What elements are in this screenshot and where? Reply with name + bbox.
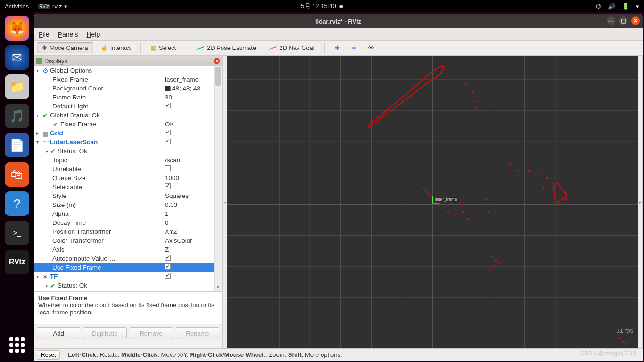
tool-select[interactable]: ▦ Select [146, 42, 181, 53]
checkbox-icon[interactable] [165, 273, 171, 279]
checkbox-icon[interactable] [165, 255, 171, 261]
checkbox-icon[interactable] [165, 165, 171, 171]
svg-point-29 [462, 204, 464, 206]
help-launcher[interactable]: ? [5, 191, 29, 216]
tool-2d-nav-goal[interactable]: 2D Nav Goal [263, 42, 319, 53]
tree-item-fixed-frame[interactable]: Fixed Framelaser_frame [34, 75, 214, 84]
separator [324, 43, 325, 53]
tree-item-size[interactable]: Size (m)0.03 [34, 200, 214, 209]
tree-item-global-status[interactable]: ▾✔Global Status: Ok [34, 111, 214, 120]
frame-label: laser_frame [434, 197, 458, 202]
window-titlebar[interactable]: lidar.rviz* - RViz — ▢ ✕ [34, 14, 643, 28]
status-bar: Reset Left-Click: Rotate. Middle-Click: … [34, 348, 643, 361]
tree-item-frame-rate[interactable]: Frame Rate30 [34, 93, 214, 102]
tree-item-position-transformer[interactable]: Position TransformerXYZ [34, 227, 214, 236]
minimize-button[interactable]: — [607, 16, 615, 25]
tree-item-laserscan[interactable]: ▾〰LidarLaserScan [34, 138, 214, 147]
displays-icon [36, 58, 42, 64]
tree-item-queue-size[interactable]: Queue Size1000 [34, 173, 214, 182]
tree-item-autocompute[interactable]: Autocompute Value … [34, 254, 214, 263]
checkbox-icon[interactable] [165, 264, 171, 270]
maximize-button[interactable]: ▢ [619, 16, 627, 25]
activities-button[interactable]: Activities [5, 3, 29, 10]
tree-item-topic[interactable]: Topic/scan [34, 156, 214, 165]
current-app-menu[interactable]: RViz rviz ▾ [38, 3, 67, 10]
tree-item-alpha[interactable]: Alpha1 [34, 209, 214, 218]
tree-scrollbar[interactable]: ▴ ▾ [214, 66, 222, 291]
displays-panel-header[interactable]: Displays ✕ [34, 56, 222, 66]
svg-point-22 [477, 100, 479, 102]
status-ok-icon: ✔ [50, 148, 56, 155]
firefox-launcher[interactable]: 🦊 [5, 16, 29, 41]
viewport-canvas [227, 56, 638, 348]
tree-item-bg-color[interactable]: Background Color48; 48; 48 [34, 84, 214, 93]
menu-panels[interactable]: Panels [58, 31, 78, 38]
tree-item-axis[interactable]: AxisZ [34, 245, 214, 254]
show-apps-button[interactable] [5, 333, 29, 357]
rhythmbox-launcher[interactable]: 🎵 [5, 104, 29, 128]
thunderbird-launcher[interactable]: ✉ [5, 45, 29, 70]
hand-icon: ☝ [100, 44, 108, 51]
checkbox-icon[interactable] [165, 139, 171, 144]
checkbox-icon[interactable] [165, 130, 171, 135]
svg-point-23 [475, 107, 477, 109]
libreoffice-writer-launcher[interactable]: 📄 [5, 133, 29, 157]
battery-icon[interactable]: 🔋 [622, 3, 629, 10]
scroll-thumb[interactable] [215, 67, 221, 86]
tree-item-default-light[interactable]: Default Light [34, 102, 214, 111]
checkbox-icon[interactable] [165, 103, 171, 108]
tree-item-unreliable[interactable]: Unreliable [34, 165, 214, 173]
tree-item-style[interactable]: StyleSquares [34, 191, 214, 200]
svg-point-37 [540, 172, 542, 174]
svg-point-32 [485, 198, 487, 200]
clock-label[interactable]: 5月 12 15:40 [301, 2, 336, 10]
tree-item-color-transformer[interactable]: Color TransformerAxisColor [34, 236, 214, 245]
tool-measure[interactable]: ✚ [330, 42, 345, 53]
ubuntu-software-launcher[interactable]: 🛍 [5, 162, 29, 187]
volume-icon[interactable]: 🔊 [608, 3, 615, 10]
menu-bar: File Panels Help [34, 28, 643, 41]
tool-interact[interactable]: ☝ Interact [95, 42, 136, 53]
grid-icon: ▦ [42, 130, 49, 137]
splitter-left[interactable]: ◂ [223, 56, 227, 348]
scroll-down-icon[interactable]: ▾ [215, 284, 222, 291]
window-title: lidar.rviz* - RViz [315, 18, 361, 25]
tree-item-laser-status[interactable]: ▸✔Status: Ok [34, 147, 214, 156]
tree-item-grid[interactable]: ▸▦Grid [34, 129, 214, 138]
pose-estimate-icon [196, 46, 205, 49]
displays-tree[interactable]: ▾⚙Global Options Fixed Framelaser_frame … [34, 66, 214, 291]
nav-goal-icon [268, 46, 277, 49]
3d-viewport[interactable]: laser_frame 31 fps [227, 56, 638, 348]
move-camera-icon: ✥ [42, 44, 47, 51]
add-display-button[interactable]: Add [37, 327, 80, 339]
svg-point-49 [622, 341, 624, 343]
rviz-launcher[interactable]: RViz [5, 250, 29, 274]
menu-help[interactable]: Help [86, 31, 100, 38]
reset-button[interactable]: Reset [37, 350, 60, 360]
svg-point-47 [490, 268, 492, 270]
files-launcher[interactable]: 📁 [5, 74, 29, 99]
chevron-down-icon[interactable]: ▾ [636, 3, 639, 10]
svg-point-30 [462, 211, 464, 213]
tree-item-use-fixed-frame[interactable]: Use Fixed Frame [34, 263, 214, 272]
tool-move-camera[interactable]: ✥ Move Camera [37, 42, 93, 53]
tree-item-selectable[interactable]: Selectable [34, 182, 214, 191]
tree-item-global-options[interactable]: ▾⚙Global Options [34, 66, 214, 75]
close-button[interactable]: ✕ [631, 16, 640, 25]
tree-item-decay[interactable]: Decay Time0 [34, 218, 214, 227]
panel-close-icon[interactable]: ✕ [214, 58, 220, 64]
menu-file[interactable]: File [39, 31, 50, 38]
splitter-right[interactable]: ▸ [638, 56, 643, 348]
terminal-launcher[interactable]: >_ [5, 221, 29, 245]
tool-focus-camera[interactable]: 👁 [363, 42, 380, 53]
network-icon[interactable]: ⌬ [596, 3, 601, 10]
tool-2d-pose-estimate[interactable]: 2D Pose Estimate [191, 42, 261, 53]
svg-point-38 [546, 177, 548, 179]
tree-item-fixed-frame-status[interactable]: ✔Fixed FrameOK [34, 120, 214, 129]
tree-item-tf-status[interactable]: ▸✔Status: Ok [34, 281, 214, 290]
panel-title: Displays [44, 58, 67, 65]
tool-label: Interact [110, 44, 131, 51]
tree-item-tf[interactable]: ▾✶TF [34, 272, 214, 281]
tool-publish-point[interactable]: ━ [347, 42, 361, 53]
checkbox-icon[interactable] [165, 183, 171, 189]
